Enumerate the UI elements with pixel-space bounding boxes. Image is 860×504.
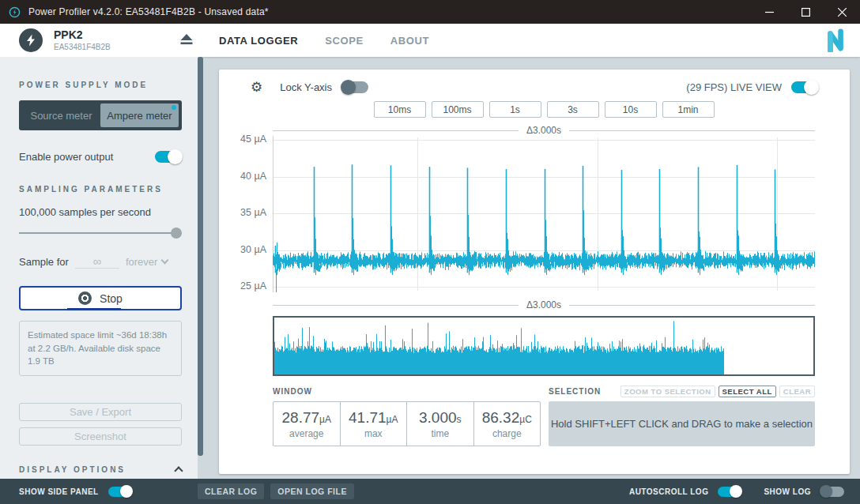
stat-label: charge	[492, 428, 522, 439]
stat-label: time	[431, 428, 449, 439]
mode-option-source-meter[interactable]: Source meter	[22, 103, 100, 127]
open-log-file-button[interactable]: OPEN LOG FILE	[270, 483, 354, 499]
device-selector[interactable]: PPK2 EA53481F4B2B	[19, 28, 111, 52]
stat-charge: 86.32µCcharge	[474, 402, 541, 446]
stat-value: 28.77µA	[282, 409, 331, 427]
stat-label: max	[364, 428, 383, 439]
clear-button: CLEAR	[779, 386, 815, 397]
enable-power-toggle[interactable]	[155, 151, 182, 163]
display-options-heading: DISPLAY OPTIONS	[19, 465, 126, 474]
side-panel: POWER SUPPLY MODE Source meterAmpere met…	[0, 57, 198, 479]
range-button-10s[interactable]: 10s	[605, 101, 657, 118]
sample-unit-value: forever	[126, 256, 157, 268]
y-tick-40: 40 µA	[240, 171, 266, 182]
slider-handle[interactable]	[171, 228, 182, 239]
range-button-1min[interactable]: 1min	[662, 101, 715, 118]
eject-device-icon[interactable]	[180, 34, 193, 49]
power-supply-heading: POWER SUPPLY MODE	[19, 81, 182, 89]
selection-heading: SELECTION	[549, 386, 601, 397]
stat-value: 41.71µA	[349, 409, 398, 427]
chart-window-delta: Δ3.000s	[273, 125, 815, 136]
main-tabs: DATA LOGGERSCOPEABOUT	[219, 24, 429, 57]
live-view-toggle[interactable]	[791, 81, 818, 93]
selection-hint: Hold SHIFT+LEFT CLICK and DRAG to make a…	[549, 401, 815, 446]
stat-unit: µC	[519, 414, 532, 425]
maximize-button[interactable]	[787, 0, 824, 24]
y-tick-35: 35 µA	[240, 207, 266, 218]
chart-delta-label: Δ3.000s	[526, 125, 561, 136]
sampling-heading: SAMPLING PARAMETERS	[19, 185, 182, 194]
show-side-panel-label: SHOW SIDE PANEL	[19, 487, 99, 496]
show-side-panel-toggle[interactable]	[108, 487, 132, 497]
selection-buttons: ZOOM TO SELECTIONSELECT ALLCLEAR	[620, 386, 815, 397]
title-bar: Power Profiler v4.2.0: EA53481F4B2B - Un…	[0, 0, 860, 24]
power-supply-mode-switch: Source meterAmpere meter	[19, 100, 182, 130]
window-title: Power Profiler v4.2.0: EA53481F4B2B - Un…	[28, 6, 751, 17]
app-header: PPK2 EA53481F4B2B DATA LOGGERSCOPEABOUT	[0, 24, 860, 57]
stat-unit: µA	[319, 414, 331, 425]
chart-settings-gear-icon[interactable]: ⚙	[251, 81, 262, 94]
stat-time: 3.000stime	[407, 402, 474, 446]
selected-mode-dot-icon	[172, 105, 176, 110]
device-name: PPK2	[54, 29, 111, 41]
close-button[interactable]	[824, 0, 860, 24]
range-button-10ms[interactable]: 10ms	[374, 101, 426, 118]
space-estimate-note: Estimated space limit ~36d 18:38h at 2.2…	[19, 321, 182, 376]
range-button-100ms[interactable]: 100ms	[432, 101, 484, 118]
stat-value: 3.000s	[419, 409, 462, 427]
minimap-delta-label: Δ3.000s	[526, 299, 561, 310]
y-tick-25: 25 µA	[240, 280, 266, 291]
lock-y-axis-toggle[interactable]	[341, 81, 368, 93]
stat-label: average	[289, 428, 323, 439]
stat-unit: s	[457, 414, 462, 425]
minimap-window-delta: Δ3.000s	[273, 299, 815, 310]
chevron-down-icon	[161, 257, 169, 265]
stat-max: 41.71µAmax	[341, 402, 408, 446]
y-tick-45: 45 µA	[240, 134, 266, 145]
range-button-3s[interactable]: 3s	[547, 101, 599, 118]
stat-unit: µA	[387, 414, 398, 425]
sample-rate-label: 100,000 samples per second	[19, 206, 182, 218]
stop-button[interactable]: Stop	[19, 286, 182, 310]
app-logo-icon	[9, 6, 21, 18]
show-log-toggle[interactable]	[820, 487, 844, 497]
minimap-container	[273, 316, 815, 376]
device-serial: EA53481F4B2B	[54, 43, 111, 51]
stat-value: 86.32µC	[482, 409, 532, 427]
current-waveform-chart[interactable]	[273, 136, 815, 292]
nordic-logo-icon	[824, 28, 847, 55]
sample-rate-slider[interactable]	[19, 228, 182, 239]
tab-about[interactable]: ABOUT	[390, 35, 429, 47]
sample-for-label: Sample for	[19, 256, 69, 268]
stop-record-icon	[78, 291, 92, 305]
enable-power-label: Enable power output	[19, 151, 113, 163]
save-export-button[interactable]: Save / Export	[19, 403, 182, 421]
stop-button-label: Stop	[100, 292, 123, 305]
minimize-button[interactable]	[751, 0, 787, 24]
range-button-1s[interactable]: 1s	[489, 101, 541, 118]
live-view-label: (29 FPS) LIVE VIEW	[686, 81, 782, 93]
clear-log-button[interactable]: CLEAR LOG	[198, 483, 264, 499]
autoscroll-log-toggle[interactable]	[718, 487, 741, 497]
tab-scope[interactable]: SCOPE	[325, 35, 364, 47]
window-stats-heading: WINDOW	[273, 386, 541, 397]
select-all-button[interactable]: SELECT ALL	[719, 386, 776, 397]
tab-data-logger[interactable]: DATA LOGGER	[219, 35, 298, 47]
bottom-log-bar: SHOW SIDE PANEL CLEAR LOG OPEN LOG FILE …	[0, 479, 860, 504]
zoom-to-selection-button: ZOOM TO SELECTION	[620, 386, 715, 397]
data-logger-panel: ⚙ Lock Y-axis (29 FPS) LIVE VIEW 10ms100…	[219, 70, 850, 474]
sidebar-scrollbar[interactable]	[198, 57, 203, 456]
sample-duration-input[interactable]: ∞	[75, 254, 119, 269]
stat-average: 28.77µAaverage	[273, 402, 341, 446]
mode-option-ampere-meter[interactable]: Ampere meter	[100, 103, 179, 127]
time-range-buttons: 10ms100ms1s3s10s1min	[273, 101, 815, 118]
recording-progress-bar	[67, 308, 122, 310]
minimap-chart[interactable]	[274, 318, 813, 374]
window-stats: 28.77µAaverage41.71µAmax3.000stime86.32µ…	[273, 401, 541, 446]
y-tick-30: 30 µA	[240, 244, 266, 255]
screenshot-button[interactable]: Screenshot	[19, 427, 182, 446]
sample-unit-dropdown[interactable]: forever	[126, 256, 168, 268]
autoscroll-log-label: AUTOSCROLL LOG	[629, 487, 709, 496]
lock-y-axis-label: Lock Y-axis	[280, 81, 332, 93]
collapse-section-icon[interactable]	[174, 466, 183, 475]
